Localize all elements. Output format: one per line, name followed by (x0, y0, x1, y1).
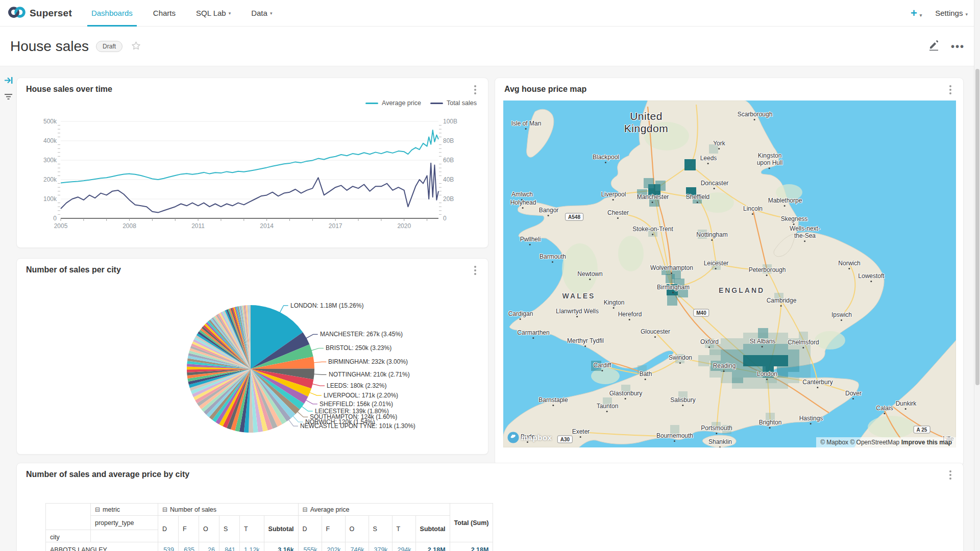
settings-menu[interactable]: Settings▾ (935, 9, 968, 17)
page-scrollbar[interactable] (974, 0, 980, 551)
map-label: Bournemouth (656, 433, 693, 440)
panel-sales-and-price-by-city: Number of sales and average price by cit… (16, 463, 964, 551)
dashboard-canvas: House sales over time Average price Tota… (0, 66, 980, 551)
svg-text:500k: 500k (43, 118, 57, 125)
svg-text:80B: 80B (443, 137, 454, 144)
edit-pencil-icon[interactable] (927, 39, 940, 54)
map-label: London (757, 371, 777, 378)
map-label: Doncaster (701, 180, 729, 187)
col-header-o[interactable]: O (199, 516, 219, 542)
cell-price-subtotal: 2.18M (415, 542, 450, 551)
map-label: Birmingham (657, 284, 690, 291)
pivot-city-header[interactable]: city (46, 530, 91, 542)
filter-funnel-icon[interactable] (4, 92, 13, 104)
map-label: Wolverhampton (650, 265, 693, 272)
expand-filter-bar-icon[interactable] (4, 76, 13, 87)
heatmap-cell (754, 344, 766, 355)
heatmap-cell (754, 355, 766, 366)
top-nav: Superset Dashboards Charts SQL Lab▾ Data… (0, 0, 980, 27)
superset-brand[interactable]: Superset (0, 6, 81, 21)
col-header-t[interactable]: T (392, 516, 415, 542)
chevron-down-icon: ▾ (965, 12, 968, 17)
col-header-t[interactable]: T (240, 516, 264, 542)
superset-dashboard-page: Superset Dashboards Charts SQL Lab▾ Data… (0, 0, 980, 551)
map-label: Hereford (618, 311, 642, 318)
heatmap-cell (684, 159, 696, 170)
road-badge: A 25 (914, 426, 930, 434)
heatmap-cell (732, 349, 743, 361)
svg-text:0: 0 (443, 215, 447, 222)
svg-text:2011: 2011 (191, 222, 205, 230)
heatmap-cell (721, 338, 732, 349)
panel-menu-kebab-icon[interactable] (946, 469, 955, 481)
map-label: Pwllheli (520, 236, 541, 243)
pivot-table: ⊟metric ⊟Number of sales ⊟Average price … (45, 503, 493, 551)
pie-slice-label: SHEFFIELD: 156k (2.01%) (320, 400, 393, 408)
mapbox-attribution-link[interactable]: © Mapbox (820, 439, 848, 446)
col-header-d[interactable]: D (298, 516, 322, 542)
col-header-o[interactable]: O (345, 516, 369, 542)
more-actions-icon[interactable]: ••• (951, 41, 965, 53)
map-label: Cardiff (593, 362, 611, 369)
heatmap-cell (777, 366, 788, 378)
map-label: Swindon (669, 355, 692, 362)
pie-slice-label: NOTTINGHAM: 210k (2.71%) (329, 371, 410, 378)
panel-number-of-sales-per-city: Number of sales per city LONDON: 1.18M (… (16, 258, 488, 455)
nav-tab-sql-lab[interactable]: SQL Lab▾ (186, 0, 241, 27)
osm-attribution-link[interactable]: © OpenStreetMap (850, 439, 899, 446)
panel-house-sales-over-time: House sales over time Average price Tota… (16, 78, 488, 248)
map-label: Norwich (838, 260, 860, 267)
map-label: Isle of Man (511, 120, 542, 128)
col-header-s[interactable]: S (219, 516, 240, 542)
pie-slice-label: BIRMINGHAM: 232k (3.00%) (328, 358, 408, 365)
col-header-s[interactable]: S (369, 516, 392, 542)
svg-text:300k: 300k (43, 157, 57, 164)
status-badge: Draft (96, 41, 122, 52)
cell-sales-d: 539 (158, 542, 179, 551)
heatmap-cell (754, 378, 766, 389)
map-label: Holyhead (510, 199, 536, 207)
map-label: Ipswich (831, 312, 852, 319)
scrollbar-thumb[interactable] (975, 69, 979, 385)
nav-tab-charts[interactable]: Charts (143, 0, 186, 27)
improve-map-link[interactable]: Improve this map (901, 439, 952, 446)
heatmap-cell (777, 344, 788, 355)
svg-text:100k: 100k (43, 195, 57, 203)
collapse-icon[interactable]: ⊟ (303, 506, 308, 513)
nav-tab-data[interactable]: Data▾ (241, 0, 282, 27)
map-label: St Albans (750, 338, 776, 345)
map-label: Gloucester (641, 329, 670, 336)
panel-menu-kebab-icon[interactable] (946, 84, 955, 95)
heatmap-cell (743, 344, 754, 355)
cell-sales-t: 1.12k (240, 542, 264, 551)
heatmap-cell (698, 355, 709, 366)
pie-slice-label: LONDON: 1.18M (15.26%) (290, 302, 363, 309)
svg-text:200k: 200k (43, 176, 57, 183)
col-header-subtotal: Subtotal (415, 516, 450, 542)
heatmap-cell (788, 349, 799, 361)
chevron-down-icon: ▾ (270, 11, 273, 16)
pie-slice-label: LEEDS: 180k (2.32%) (327, 382, 386, 389)
pivot-metric-header[interactable]: ⊟metric (91, 504, 158, 516)
pivot-property-type-header[interactable]: property_type (91, 516, 158, 530)
page-title: House sales (10, 38, 89, 55)
mapbox-logo[interactable]: mapbox (507, 432, 552, 443)
mapbox-map[interactable]: Isle of ManUnited KingdomScarboroughBlac… (503, 101, 956, 447)
map-label: Sheffield (686, 194, 709, 201)
superset-logo-icon (8, 6, 26, 21)
nav-tab-dashboards[interactable]: Dashboards (81, 0, 143, 27)
map-attribution: © Mapbox © OpenStreetMap Improve this ma… (816, 437, 956, 447)
cell-sales-s: 841 (219, 542, 240, 551)
col-header-d[interactable]: D (158, 516, 179, 542)
collapse-icon[interactable]: ⊟ (162, 506, 167, 513)
map-label: Scarborough (738, 111, 773, 118)
col-header-f[interactable]: F (179, 516, 199, 542)
pivot-group-average-price[interactable]: ⊟Average price (298, 504, 450, 516)
favorite-star-icon[interactable] (131, 40, 141, 53)
svg-text:2017: 2017 (329, 222, 342, 230)
collapse-icon[interactable]: ⊟ (95, 506, 100, 513)
col-header-f[interactable]: F (322, 516, 345, 542)
pivot-group-number-of-sales[interactable]: ⊟Number of sales (158, 504, 299, 516)
new-item-button[interactable]: +▾ (911, 8, 922, 19)
map-label: Oxford (700, 339, 719, 346)
